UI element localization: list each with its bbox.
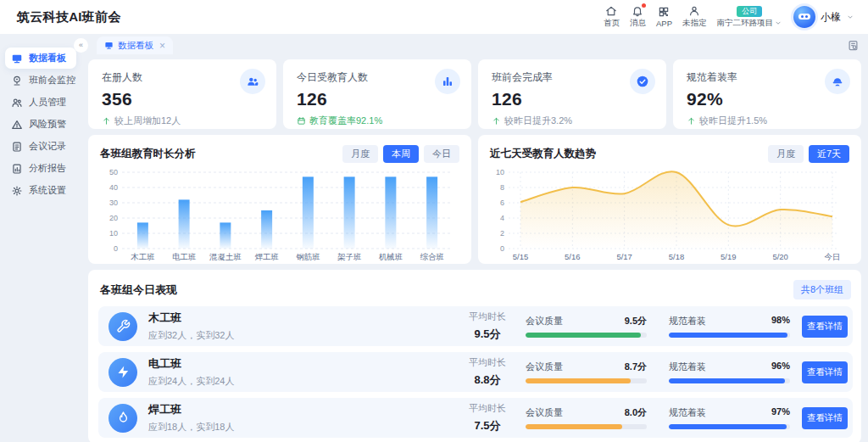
stat-sub: 较昨日提升1.5% bbox=[687, 115, 848, 127]
quality-progress: 会议质量9.5分 bbox=[526, 315, 647, 338]
stat-sub: 较昨日提升3.2% bbox=[492, 115, 653, 127]
nav-item-3[interactable]: APP bbox=[654, 6, 675, 28]
team-row-1: 木工班应到32人，实到32人平均时长9.5分会议质量9.5分规范着装98%查看详… bbox=[98, 306, 853, 346]
svg-text:2: 2 bbox=[500, 229, 504, 238]
stat-label: 在册人数 bbox=[102, 70, 263, 85]
nav-item-2[interactable]: 消息 bbox=[627, 5, 648, 29]
up-arrow-icon bbox=[492, 116, 501, 126]
filter-近7天[interactable]: 近7天 bbox=[809, 145, 849, 163]
bolt-icon bbox=[116, 365, 131, 379]
svg-text:0: 0 bbox=[114, 244, 118, 253]
up-arrow-icon bbox=[687, 116, 696, 126]
notification-dot bbox=[642, 3, 646, 8]
sidebar-collapse-button[interactable]: « bbox=[74, 38, 88, 53]
filter-月度[interactable]: 月度 bbox=[342, 145, 378, 163]
worker-icon bbox=[688, 5, 700, 17]
svg-text:50: 50 bbox=[109, 168, 118, 176]
flame-icon bbox=[116, 411, 131, 425]
camera-icon bbox=[11, 75, 23, 87]
sidebar-item-1[interactable]: 数据看板 bbox=[5, 48, 76, 69]
tab-bar: « 数据看板× bbox=[81, 36, 868, 54]
app-header: 筑云科技AI班前会 首页消息APP未指定公司南宁二环路项目小椽 bbox=[0, 0, 868, 34]
user-menu[interactable]: 小椽 bbox=[793, 6, 854, 28]
sidebar-item-6[interactable]: 分析报告 bbox=[5, 158, 76, 179]
teams-count-badge[interactable]: 共8个班组 bbox=[793, 280, 851, 299]
settings-icon bbox=[11, 185, 23, 197]
stat-sub: 较上周增加12人 bbox=[102, 115, 263, 127]
nav-item-4[interactable]: 未指定 bbox=[680, 5, 709, 29]
sidebar-item-3[interactable]: 人员管理 bbox=[5, 92, 76, 113]
view-detail-button[interactable]: 查看详情 bbox=[802, 361, 848, 383]
home-icon bbox=[605, 5, 617, 17]
svg-text:综合班: 综合班 bbox=[420, 252, 444, 261]
project-selector[interactable]: 公司南宁二环路项目 bbox=[715, 6, 786, 29]
wrench-icon bbox=[116, 319, 131, 333]
stat-label: 今日受教育人数 bbox=[297, 70, 458, 85]
stat-label: 规范着装率 bbox=[687, 70, 848, 85]
team-name: 焊工班 bbox=[148, 402, 466, 417]
stat-card-1: 在册人数356较上周增加12人 bbox=[88, 59, 276, 129]
sidebar-item-4[interactable]: 风险预警 bbox=[5, 114, 76, 135]
chart-title: 近七天受教育人数趋势 bbox=[490, 147, 596, 161]
team-name: 电工班 bbox=[148, 356, 466, 372]
svg-text:焊工班: 焊工班 bbox=[254, 252, 279, 261]
stat-card-3: 班前会完成率126较昨日提升3.2% bbox=[478, 59, 666, 129]
svg-text:5/15: 5/15 bbox=[513, 252, 529, 261]
team-attendance: 应到18人，实到18人 bbox=[148, 421, 466, 434]
sidebar-item-7[interactable]: 系统设置 bbox=[5, 180, 76, 201]
stat-value: 126 bbox=[297, 89, 458, 109]
content: 在册人数356较上周增加12人今日受教育人数126教育覆盖率92.1%班前会完成… bbox=[81, 54, 868, 442]
bar-chart: 01020304050木工班电工班混凝土班焊工班钢筋班架子班机械班综合班 bbox=[100, 165, 459, 262]
report-icon bbox=[11, 163, 23, 175]
tab-data-dashboard[interactable]: 数据看板× bbox=[97, 36, 173, 54]
view-detail-button[interactable]: 查看详情 bbox=[802, 316, 848, 338]
svg-text:钢筋班: 钢筋班 bbox=[296, 252, 320, 261]
check-icon bbox=[636, 75, 649, 88]
stat-card-2: 今日受教育人数126教育覆盖率92.1% bbox=[283, 59, 471, 129]
dashboard-icon bbox=[11, 53, 23, 64]
team-attendance: 应到32人，实到32人 bbox=[148, 329, 466, 342]
svg-text:40: 40 bbox=[109, 183, 118, 192]
filter-今日[interactable]: 今日 bbox=[424, 145, 459, 163]
stat-value: 92% bbox=[687, 89, 848, 109]
teams-title: 各班组今日表现 bbox=[100, 283, 177, 298]
tab-options-icon[interactable] bbox=[847, 39, 860, 52]
sidebar-item-2[interactable]: 班前会监控 bbox=[5, 70, 76, 91]
avg-duration: 7.5分 bbox=[466, 418, 509, 434]
chart-icon bbox=[441, 75, 454, 88]
stat-card-4: 规范着装率92%较昨日提升1.5% bbox=[673, 59, 861, 129]
app-title: 筑云科技AI班前会 bbox=[17, 9, 121, 25]
filter-本周[interactable]: 本周 bbox=[383, 145, 419, 163]
svg-text:5/20: 5/20 bbox=[772, 252, 788, 261]
line-chart-card: 近七天受教育人数趋势月度近7天02468105/155/165/175/185/… bbox=[478, 135, 861, 264]
uniform-progress: 规范着装98% bbox=[669, 315, 790, 338]
tab-options-icon bbox=[847, 39, 860, 52]
team-avatar bbox=[108, 312, 137, 341]
users-icon bbox=[246, 75, 259, 88]
bar-chart-card: 各班组教育时长分析月度本周今日01020304050木工班电工班混凝土班焊工班钢… bbox=[88, 135, 471, 264]
team-avatar bbox=[108, 358, 137, 387]
svg-text:4: 4 bbox=[500, 214, 504, 222]
qr-icon bbox=[658, 6, 670, 18]
up-arrow-icon bbox=[102, 116, 111, 126]
team-row-2: 电工班应到24人，实到24人平均时长8.8分会议质量8.7分规范着装96%查看详… bbox=[98, 352, 853, 392]
warning-icon bbox=[11, 119, 23, 131]
quality-progress: 会议质量8.7分 bbox=[526, 361, 647, 383]
svg-text:电工班: 电工班 bbox=[172, 252, 197, 261]
uniform-progress: 规范着装96% bbox=[669, 361, 790, 383]
header-nav: 首页消息APP未指定公司南宁二环路项目小椽 bbox=[601, 5, 854, 29]
nav-item-1[interactable]: 首页 bbox=[601, 5, 622, 29]
view-detail-button[interactable]: 查看详情 bbox=[802, 407, 848, 429]
helmet-icon bbox=[831, 75, 844, 88]
svg-text:机械班: 机械班 bbox=[379, 252, 403, 261]
filter-月度[interactable]: 月度 bbox=[768, 145, 804, 163]
stat-label: 班前会完成率 bbox=[492, 70, 653, 85]
tab-close-icon[interactable]: × bbox=[159, 41, 165, 51]
people-icon bbox=[11, 97, 23, 109]
avg-duration: 9.5分 bbox=[466, 327, 509, 342]
svg-text:6: 6 bbox=[500, 199, 504, 207]
svg-text:30: 30 bbox=[109, 199, 118, 207]
svg-text:5/16: 5/16 bbox=[565, 252, 581, 261]
caret-down-icon bbox=[774, 19, 782, 27]
sidebar-item-5[interactable]: 会议记录 bbox=[5, 136, 76, 157]
